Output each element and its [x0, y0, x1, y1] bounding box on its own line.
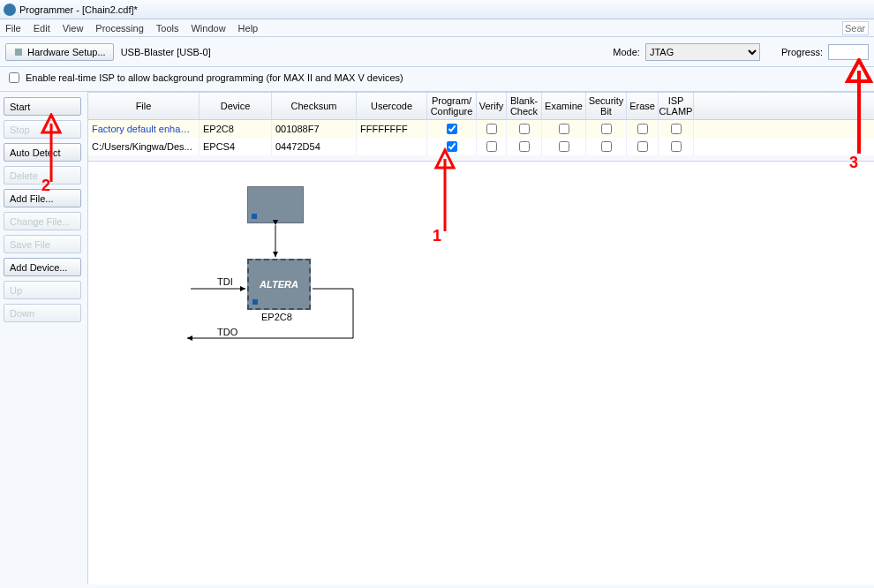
mode-select[interactable]: JTAG: [645, 43, 760, 61]
hardware-icon: [13, 47, 24, 57]
menu-help[interactable]: Help: [238, 23, 259, 34]
col-device[interactable]: Device: [200, 93, 272, 119]
search-input[interactable]: [842, 21, 869, 35]
examine-checkbox[interactable]: [559, 141, 569, 152]
change-file-button: Change File...: [4, 212, 81, 230]
app-icon: [4, 4, 16, 16]
col-verify[interactable]: Verify: [477, 93, 507, 119]
menu-window[interactable]: Window: [191, 23, 225, 34]
realtime-isp-label[interactable]: Enable real-time ISP to allow background…: [5, 70, 869, 86]
table-row[interactable]: C:/Users/Kingwa/Des... EPCS4 04472D54: [88, 138, 874, 155]
col-checksum[interactable]: Checksum: [272, 93, 357, 119]
delete-button: Delete: [4, 166, 81, 185]
file-link[interactable]: Factory default enhanced...: [92, 124, 195, 134]
col-file[interactable]: File: [88, 93, 200, 119]
verify-checkbox[interactable]: [486, 124, 497, 134]
col-erase[interactable]: Erase: [627, 93, 659, 119]
menu-edit[interactable]: Edit: [34, 23, 50, 34]
menu-tools[interactable]: Tools: [156, 23, 179, 34]
program-checkbox[interactable]: [447, 124, 457, 134]
blank-checkbox[interactable]: [519, 141, 530, 152]
program-checkbox[interactable]: [447, 141, 457, 152]
sidebar: Start Stop Auto Detect Delete Add File..…: [0, 92, 88, 584]
realtime-isp-checkbox[interactable]: [9, 72, 19, 83]
save-file-button: Save File: [4, 235, 81, 253]
table-row[interactable]: Factory default enhanced... EP2C8 001088…: [88, 120, 874, 138]
col-program[interactable]: Program/ Configure: [427, 93, 477, 119]
erase-checkbox[interactable]: [637, 141, 648, 152]
device-grid: File Device Checksum Usercode Program/ C…: [88, 92, 874, 161]
erase-checkbox[interactable]: [637, 124, 648, 134]
col-isp[interactable]: ISP CLAMP: [659, 93, 694, 119]
tdi-label: TDI: [217, 276, 233, 287]
add-device-button[interactable]: Add Device...: [4, 258, 81, 276]
svg-rect-0: [15, 49, 22, 56]
progress-bar: [828, 44, 869, 60]
titlebar: Programmer - [Chain2.cdf]*: [0, 0, 874, 19]
tdo-label: TDO: [217, 327, 238, 337]
auto-detect-button[interactable]: Auto Detect: [4, 143, 81, 162]
search-wrap: [842, 21, 869, 35]
menu-processing[interactable]: Processing: [95, 23, 143, 34]
statusbar: [0, 584, 874, 588]
grid-header: File Device Checksum Usercode Program/ C…: [88, 92, 874, 120]
realtime-isp-row: Enable real-time ISP to allow background…: [0, 67, 874, 92]
menu-view[interactable]: View: [63, 23, 84, 34]
up-button: Up: [4, 281, 81, 299]
col-examine[interactable]: Examine: [542, 93, 586, 119]
isp-checkbox[interactable]: [671, 141, 682, 152]
progress-label: Progress:: [781, 47, 823, 57]
hardware-name: USB-Blaster [USB-0]: [121, 47, 211, 57]
chain-diagram: EPCS4 EP2C8 ALTERA TDI TDO: [88, 161, 874, 584]
isp-checkbox[interactable]: [671, 124, 682, 134]
security-checkbox[interactable]: [601, 124, 612, 134]
blank-checkbox[interactable]: [519, 124, 530, 134]
menubar: File Edit View Processing Tools Window H…: [0, 19, 874, 37]
down-button: Down: [4, 304, 81, 322]
examine-checkbox[interactable]: [559, 124, 569, 134]
hardware-setup-label: Hardware Setup...: [27, 47, 106, 57]
mode-label: Mode:: [613, 47, 640, 57]
security-checkbox[interactable]: [601, 141, 612, 152]
window-title: Programmer - [Chain2.cdf]*: [19, 4, 138, 15]
hardware-setup-button[interactable]: Hardware Setup...: [5, 43, 114, 61]
col-security[interactable]: Security Bit: [586, 93, 627, 119]
start-button[interactable]: Start: [4, 97, 81, 116]
verify-checkbox[interactable]: [486, 141, 497, 152]
menu-file[interactable]: File: [5, 23, 21, 34]
stop-button: Stop: [4, 120, 81, 139]
toolbar: Hardware Setup... USB-Blaster [USB-0] Mo…: [0, 37, 874, 67]
add-file-button[interactable]: Add File...: [4, 189, 81, 207]
col-usercode[interactable]: Usercode: [357, 93, 427, 119]
col-blank[interactable]: Blank- Check: [507, 93, 542, 119]
